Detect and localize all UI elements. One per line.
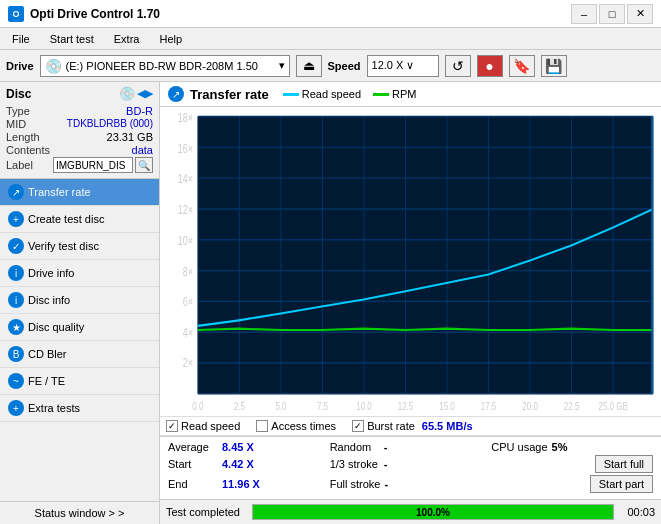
- stats-row-3: End 11.96 X Full stroke - Start part: [168, 475, 653, 493]
- random-value: -: [384, 441, 429, 453]
- stats-row-1: Average 8.45 X Random - CPU usage 5%: [168, 441, 653, 453]
- read-speed-checkbox-item[interactable]: ✓ Read speed: [166, 420, 240, 432]
- disc-quality-icon: ★: [8, 319, 24, 335]
- start-col: Start 4.42 X: [168, 455, 330, 473]
- verify-disc-icon: ✓: [8, 238, 24, 254]
- main-layout: Disc 💿 ◀▶ Type BD-R MID TDKBLDRBB (000) …: [0, 82, 661, 524]
- nav-create-test-disc[interactable]: + Create test disc: [0, 206, 159, 233]
- svg-text:6×: 6×: [183, 295, 193, 309]
- cpu-label: CPU usage: [491, 441, 547, 453]
- nav-disc-quality[interactable]: ★ Disc quality: [0, 314, 159, 341]
- svg-text:17.5: 17.5: [481, 400, 497, 413]
- burst-rate-checkbox[interactable]: ✓: [352, 420, 364, 432]
- full-stroke-col: Full stroke -: [330, 475, 492, 493]
- chart-area: ↗ Transfer rate Read speed RPM: [160, 82, 661, 524]
- svg-text:5.0: 5.0: [275, 400, 286, 413]
- nav-disc-info[interactable]: i Disc info: [0, 287, 159, 314]
- average-col: Average 8.45 X: [168, 441, 330, 453]
- svg-text:16×: 16×: [178, 141, 193, 155]
- menu-start-test[interactable]: Start test: [42, 31, 102, 47]
- stroke-1-3-col: 1/3 stroke -: [330, 455, 492, 473]
- svg-text:14×: 14×: [178, 172, 193, 186]
- access-times-checkbox-item[interactable]: Access times: [256, 420, 336, 432]
- eject-button[interactable]: ⏏: [296, 55, 322, 77]
- speed-select-value: 12.0 X ∨: [372, 59, 415, 72]
- app-icon: O: [8, 6, 24, 22]
- burst-rate-checkbox-item[interactable]: ✓ Burst rate 65.5 MB/s: [352, 420, 472, 432]
- nav-transfer-rate[interactable]: ↗ Transfer rate: [0, 179, 159, 206]
- window-controls: – □ ✕: [571, 4, 653, 24]
- stroke-1-3-value: -: [384, 458, 429, 470]
- minimize-button[interactable]: –: [571, 4, 597, 24]
- status-window-button[interactable]: Status window > >: [0, 501, 159, 524]
- access-times-checkbox-label: Access times: [271, 420, 336, 432]
- disc-nav-arrows[interactable]: ◀▶: [137, 87, 153, 100]
- type-label: Type: [6, 105, 30, 117]
- svg-text:7.5: 7.5: [317, 400, 328, 413]
- start-part-button[interactable]: Start part: [590, 475, 653, 493]
- length-label: Length: [6, 131, 40, 143]
- drive-select-value: (E:) PIONEER BD-RW BDR-208M 1.50: [66, 60, 258, 72]
- svg-text:15.0: 15.0: [439, 400, 455, 413]
- menu-help[interactable]: Help: [151, 31, 190, 47]
- transfer-rate-icon: ↗: [8, 184, 24, 200]
- transfer-rate-chart: 18× 16× 14× 12× 10× 8× 6× 4× 2× 0.0 2.5 …: [160, 111, 659, 416]
- average-label: Average: [168, 441, 218, 453]
- length-value: 23.31 GB: [107, 131, 153, 143]
- toolbar-btn-1[interactable]: ●: [477, 55, 503, 77]
- nav-extra-tests[interactable]: + Extra tests: [0, 395, 159, 422]
- svg-text:2×: 2×: [183, 356, 193, 370]
- speed-label: Speed: [328, 60, 361, 72]
- cpu-col: CPU usage 5%: [491, 441, 653, 453]
- nav-fe-te[interactable]: ~ FE / TE: [0, 368, 159, 395]
- mid-value: TDKBLDRBB (000): [67, 118, 153, 130]
- disc-info-icon: i: [8, 292, 24, 308]
- access-times-checkbox[interactable]: [256, 420, 268, 432]
- random-label: Random: [330, 441, 380, 453]
- svg-text:2.5: 2.5: [234, 400, 245, 413]
- read-speed-legend-color: [283, 93, 299, 96]
- svg-text:12×: 12×: [178, 202, 193, 216]
- save-button[interactable]: 💾: [541, 55, 567, 77]
- chart-legend: Read speed RPM: [283, 88, 417, 100]
- start-value: 4.42 X: [222, 458, 267, 470]
- full-stroke-value: -: [384, 478, 429, 490]
- extra-tests-icon: +: [8, 400, 24, 416]
- nav-verify-test-disc[interactable]: ✓ Verify test disc: [0, 233, 159, 260]
- average-value: 8.45 X: [222, 441, 267, 453]
- disc-section-label: Disc: [6, 87, 31, 101]
- svg-text:8×: 8×: [183, 264, 193, 278]
- maximize-button[interactable]: □: [599, 4, 625, 24]
- svg-text:22.5: 22.5: [564, 400, 580, 413]
- cpu-value: 5%: [552, 441, 597, 453]
- contents-label: Contents: [6, 144, 50, 156]
- random-col: Random -: [330, 441, 492, 453]
- nav-drive-info[interactable]: i Drive info: [0, 260, 159, 287]
- refresh-button[interactable]: ↺: [445, 55, 471, 77]
- menu-bar: File Start test Extra Help: [0, 28, 661, 50]
- start-full-button[interactable]: Start full: [595, 455, 653, 473]
- end-value: 11.96 X: [222, 478, 267, 490]
- end-col: End 11.96 X: [168, 475, 330, 493]
- sidebar: Disc 💿 ◀▶ Type BD-R MID TDKBLDRBB (000) …: [0, 82, 160, 524]
- start-label: Start: [168, 458, 218, 470]
- burst-rate-value: 65.5 MB/s: [422, 420, 473, 432]
- svg-text:10.0: 10.0: [356, 400, 372, 413]
- disc-panel: Disc 💿 ◀▶ Type BD-R MID TDKBLDRBB (000) …: [0, 82, 159, 179]
- chart-title: Transfer rate: [190, 87, 269, 102]
- svg-text:12.5: 12.5: [398, 400, 414, 413]
- menu-file[interactable]: File: [4, 31, 38, 47]
- read-speed-checkbox[interactable]: ✓: [166, 420, 178, 432]
- label-icon-button[interactable]: 🔍: [135, 157, 153, 173]
- toolbar-btn-2[interactable]: 🔖: [509, 55, 535, 77]
- title-bar: O Opti Drive Control 1.70 – □ ✕: [0, 0, 661, 28]
- svg-text:25.0 GB: 25.0 GB: [598, 400, 627, 413]
- menu-extra[interactable]: Extra: [106, 31, 148, 47]
- nav-cd-bler[interactable]: B CD Bler: [0, 341, 159, 368]
- label-input[interactable]: [53, 157, 133, 173]
- create-disc-icon: +: [8, 211, 24, 227]
- full-stroke-label: Full stroke: [330, 478, 381, 490]
- rpm-legend-color: [373, 93, 389, 96]
- start-part-col: Start part: [491, 475, 653, 493]
- close-button[interactable]: ✕: [627, 4, 653, 24]
